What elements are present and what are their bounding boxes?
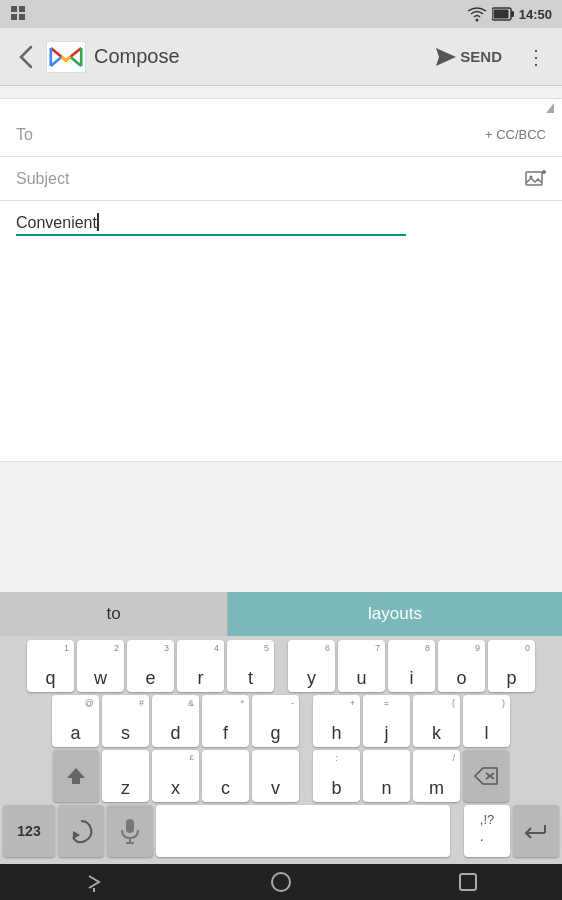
- svg-rect-7: [493, 10, 508, 19]
- punctuation-key[interactable]: ,!?.: [464, 805, 510, 857]
- key-y[interactable]: 6y: [288, 640, 335, 692]
- nav-recent-button[interactable]: [456, 870, 480, 894]
- svg-marker-13: [436, 48, 456, 66]
- key-r[interactable]: 4r: [177, 640, 224, 692]
- mic-icon: [119, 818, 141, 844]
- shift-key[interactable]: [53, 750, 99, 802]
- nav-bar: [0, 864, 562, 900]
- body-underline: [16, 234, 406, 236]
- key-t[interactable]: 5t: [227, 640, 274, 692]
- key-q[interactable]: 1q: [27, 640, 74, 692]
- send-label: SEND: [460, 48, 502, 65]
- suggestion-layouts[interactable]: layouts: [228, 592, 562, 636]
- suggestion-to[interactable]: to: [0, 592, 228, 636]
- key-a[interactable]: @a: [52, 695, 99, 747]
- key-row-3: z £x c v :b n /m: [3, 750, 559, 802]
- key-u[interactable]: 7u: [338, 640, 385, 692]
- body-area[interactable]: Convenient: [0, 201, 562, 461]
- key-h[interactable]: +h: [313, 695, 360, 747]
- svg-rect-1: [19, 6, 25, 12]
- svg-rect-29: [460, 874, 476, 890]
- nav-back-icon: [82, 870, 106, 894]
- key-x[interactable]: £x: [152, 750, 199, 802]
- overflow-icon: ⋮: [526, 45, 546, 69]
- svg-rect-6: [511, 11, 514, 17]
- key-s[interactable]: #s: [102, 695, 149, 747]
- key-o[interactable]: 9o: [438, 640, 485, 692]
- swipe-icon: [67, 817, 95, 845]
- key-m[interactable]: /m: [413, 750, 460, 802]
- attach-button[interactable]: [524, 168, 546, 190]
- numbers-label: 123: [17, 823, 40, 839]
- key-l[interactable]: )l: [463, 695, 510, 747]
- svg-rect-8: [49, 44, 83, 69]
- nav-recent-icon: [456, 870, 480, 894]
- nav-back-button[interactable]: [82, 870, 106, 894]
- svg-rect-2: [11, 14, 17, 20]
- key-c[interactable]: c: [202, 750, 249, 802]
- gmail-logo: [46, 41, 86, 73]
- space-key[interactable]: [156, 805, 450, 857]
- back-button[interactable]: [8, 39, 44, 75]
- to-label: To: [16, 126, 76, 144]
- svg-rect-3: [19, 14, 25, 20]
- cc-bcc-button[interactable]: + CC/BCC: [485, 127, 546, 142]
- suggestion-bar: to layouts: [0, 592, 562, 636]
- punctuation-label: ,!?.: [480, 812, 494, 844]
- scroll-indicator: [0, 99, 562, 113]
- send-button[interactable]: SEND: [424, 42, 514, 72]
- svg-marker-21: [73, 831, 80, 839]
- backspace-key[interactable]: [463, 750, 509, 802]
- key-w[interactable]: 2w: [77, 640, 124, 692]
- subject-field-row: Subject: [0, 157, 562, 201]
- to-field-row: To + CC/BCC: [0, 113, 562, 157]
- key-p[interactable]: 0p: [488, 640, 535, 692]
- keyboard: 1q 2w 3e 4r 5t 6y 7u 8i 9o 0p @a #s &d *…: [0, 636, 562, 864]
- enter-key[interactable]: [513, 805, 559, 857]
- mic-key[interactable]: [107, 805, 153, 857]
- key-z[interactable]: z: [102, 750, 149, 802]
- key-j[interactable]: =j: [363, 695, 410, 747]
- app-bar: Compose SEND ⋮: [0, 28, 562, 86]
- svg-marker-18: [67, 768, 85, 784]
- nav-home-button[interactable]: [269, 870, 293, 894]
- subject-label: Subject: [16, 170, 524, 188]
- send-icon: [436, 48, 456, 66]
- status-icons: 14:50: [467, 6, 552, 22]
- key-i[interactable]: 8i: [388, 640, 435, 692]
- key-n[interactable]: n: [363, 750, 410, 802]
- nav-home-icon: [269, 870, 293, 894]
- key-v[interactable]: v: [252, 750, 299, 802]
- key-b[interactable]: :b: [313, 750, 360, 802]
- svg-rect-14: [526, 172, 542, 185]
- status-time: 14:50: [519, 7, 552, 22]
- compose-area: To + CC/BCC Subject Convenient: [0, 98, 562, 462]
- svg-rect-0: [11, 6, 17, 12]
- to-input[interactable]: [76, 116, 485, 154]
- key-k[interactable]: (k: [413, 695, 460, 747]
- page-title: Compose: [94, 45, 424, 68]
- svg-rect-22: [126, 819, 134, 833]
- app-bar-actions: SEND ⋮: [424, 39, 554, 75]
- key-g[interactable]: -g: [252, 695, 299, 747]
- overflow-menu-button[interactable]: ⋮: [518, 39, 554, 75]
- wifi-icon: [467, 6, 487, 22]
- key-d[interactable]: &d: [152, 695, 199, 747]
- key-row-2: @a #s &d *f -g +h =j (k )l: [3, 695, 559, 747]
- key-e[interactable]: 3e: [127, 640, 174, 692]
- body-text: Convenient: [16, 214, 97, 231]
- numbers-key[interactable]: 123: [3, 805, 55, 857]
- text-cursor: [97, 213, 99, 231]
- key-f[interactable]: *f: [202, 695, 249, 747]
- svg-point-28: [272, 873, 290, 891]
- attach-image-icon: [524, 168, 546, 190]
- scroll-triangle-icon: [546, 103, 554, 113]
- keyboard-area: to layouts 1q 2w 3e 4r 5t 6y 7u 8i 9o 0p…: [0, 592, 562, 864]
- swipe-key[interactable]: [58, 805, 104, 857]
- grid-icon: [10, 5, 28, 23]
- key-row-1: 1q 2w 3e 4r 5t 6y 7u 8i 9o 0p: [3, 640, 559, 692]
- key-row-4: 123 ,!?.: [3, 805, 559, 857]
- battery-icon: [492, 7, 514, 21]
- svg-point-4: [475, 19, 478, 22]
- status-bar: 14:50: [0, 0, 562, 28]
